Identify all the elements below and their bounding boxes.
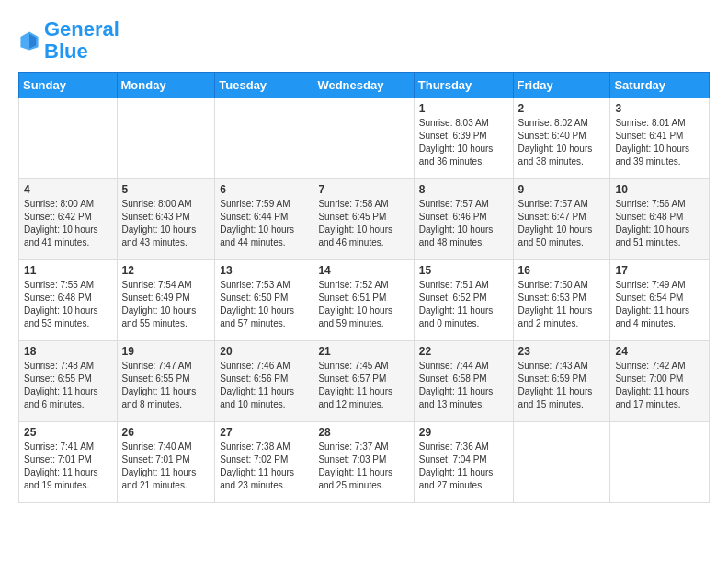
- day-cell: 6Sunrise: 7:59 AMSunset: 6:44 PMDaylight…: [215, 179, 313, 260]
- day-info: Sunrise: 7:57 AMSunset: 6:46 PMDaylight:…: [419, 198, 508, 249]
- day-number: 1: [419, 102, 508, 115]
- calendar-table: SundayMondayTuesdayWednesdayThursdayFrid…: [18, 72, 710, 503]
- day-info: Sunrise: 8:00 AMSunset: 6:43 PMDaylight:…: [122, 198, 210, 249]
- week-row-1: 1Sunrise: 8:03 AMSunset: 6:39 PMDaylight…: [19, 98, 710, 179]
- day-info: Sunrise: 8:01 AMSunset: 6:41 PMDaylight:…: [615, 117, 704, 168]
- day-cell: [513, 422, 610, 503]
- day-cell: 11Sunrise: 7:55 AMSunset: 6:48 PMDayligh…: [19, 260, 118, 341]
- day-cell: 14Sunrise: 7:52 AMSunset: 6:51 PMDayligh…: [313, 260, 414, 341]
- day-cell: [19, 98, 118, 179]
- day-number: 9: [518, 183, 606, 196]
- day-info: Sunrise: 7:53 AMSunset: 6:50 PMDaylight:…: [220, 279, 308, 330]
- day-number: 14: [318, 264, 408, 277]
- day-number: 24: [615, 345, 704, 358]
- day-number: 15: [419, 264, 508, 277]
- day-number: 22: [419, 345, 508, 358]
- week-row-4: 18Sunrise: 7:48 AMSunset: 6:55 PMDayligh…: [19, 341, 710, 422]
- weekday-header-tuesday: Tuesday: [215, 73, 313, 98]
- day-cell: 23Sunrise: 7:43 AMSunset: 6:59 PMDayligh…: [513, 341, 610, 422]
- day-cell: 24Sunrise: 7:42 AMSunset: 7:00 PMDayligh…: [610, 341, 710, 422]
- day-info: Sunrise: 7:45 AMSunset: 6:57 PMDaylight:…: [318, 360, 408, 411]
- day-cell: 13Sunrise: 7:53 AMSunset: 6:50 PMDayligh…: [215, 260, 313, 341]
- day-number: 18: [24, 345, 112, 358]
- day-info: Sunrise: 7:41 AMSunset: 7:01 PMDaylight:…: [24, 441, 112, 492]
- day-info: Sunrise: 7:46 AMSunset: 6:56 PMDaylight:…: [220, 360, 308, 411]
- day-number: 23: [518, 345, 606, 358]
- day-cell: 21Sunrise: 7:45 AMSunset: 6:57 PMDayligh…: [313, 341, 414, 422]
- day-number: 16: [518, 264, 606, 277]
- logo-blue: Blue: [44, 40, 88, 63]
- day-info: Sunrise: 7:55 AMSunset: 6:48 PMDaylight:…: [24, 279, 112, 330]
- day-cell: 28Sunrise: 7:37 AMSunset: 7:03 PMDayligh…: [313, 422, 414, 503]
- day-number: 28: [318, 426, 408, 439]
- day-info: Sunrise: 7:49 AMSunset: 6:54 PMDaylight:…: [615, 279, 704, 330]
- day-info: Sunrise: 7:59 AMSunset: 6:44 PMDaylight:…: [220, 198, 308, 249]
- day-info: Sunrise: 8:02 AMSunset: 6:40 PMDaylight:…: [518, 117, 606, 168]
- day-info: Sunrise: 7:52 AMSunset: 6:51 PMDaylight:…: [318, 279, 408, 330]
- day-info: Sunrise: 7:54 AMSunset: 6:49 PMDaylight:…: [122, 279, 210, 330]
- day-number: 11: [24, 264, 112, 277]
- day-cell: 20Sunrise: 7:46 AMSunset: 6:56 PMDayligh…: [215, 341, 313, 422]
- day-info: Sunrise: 7:48 AMSunset: 6:55 PMDaylight:…: [24, 360, 112, 411]
- day-cell: 16Sunrise: 7:50 AMSunset: 6:53 PMDayligh…: [513, 260, 610, 341]
- day-info: Sunrise: 7:57 AMSunset: 6:47 PMDaylight:…: [518, 198, 606, 249]
- day-number: 6: [220, 183, 308, 196]
- day-info: Sunrise: 7:58 AMSunset: 6:45 PMDaylight:…: [318, 198, 408, 249]
- day-cell: 19Sunrise: 7:47 AMSunset: 6:55 PMDayligh…: [117, 341, 215, 422]
- day-number: 20: [220, 345, 308, 358]
- day-cell: 9Sunrise: 7:57 AMSunset: 6:47 PMDaylight…: [513, 179, 610, 260]
- weekday-header-friday: Friday: [513, 73, 610, 98]
- day-info: Sunrise: 7:50 AMSunset: 6:53 PMDaylight:…: [518, 279, 606, 330]
- day-number: 17: [615, 264, 704, 277]
- day-number: 29: [419, 426, 508, 439]
- day-cell: 12Sunrise: 7:54 AMSunset: 6:49 PMDayligh…: [117, 260, 215, 341]
- logo-text: General Blue: [44, 18, 119, 63]
- day-info: Sunrise: 7:44 AMSunset: 6:58 PMDaylight:…: [419, 360, 508, 411]
- day-cell: 26Sunrise: 7:40 AMSunset: 7:01 PMDayligh…: [117, 422, 215, 503]
- day-cell: 27Sunrise: 7:38 AMSunset: 7:02 PMDayligh…: [215, 422, 313, 503]
- day-cell: [610, 422, 710, 503]
- day-cell: [117, 98, 215, 179]
- day-info: Sunrise: 8:03 AMSunset: 6:39 PMDaylight:…: [419, 117, 508, 168]
- week-row-5: 25Sunrise: 7:41 AMSunset: 7:01 PMDayligh…: [19, 422, 710, 503]
- day-number: 5: [122, 183, 210, 196]
- day-cell: 1Sunrise: 8:03 AMSunset: 6:39 PMDaylight…: [414, 98, 513, 179]
- day-cell: 15Sunrise: 7:51 AMSunset: 6:52 PMDayligh…: [414, 260, 513, 341]
- day-cell: 25Sunrise: 7:41 AMSunset: 7:01 PMDayligh…: [19, 422, 118, 503]
- day-number: 3: [615, 102, 704, 115]
- weekday-header-wednesday: Wednesday: [313, 73, 414, 98]
- day-cell: 18Sunrise: 7:48 AMSunset: 6:55 PMDayligh…: [19, 341, 118, 422]
- day-info: Sunrise: 7:37 AMSunset: 7:03 PMDaylight:…: [318, 441, 408, 492]
- day-cell: 17Sunrise: 7:49 AMSunset: 6:54 PMDayligh…: [610, 260, 710, 341]
- day-cell: [215, 98, 313, 179]
- week-row-3: 11Sunrise: 7:55 AMSunset: 6:48 PMDayligh…: [19, 260, 710, 341]
- day-cell: 10Sunrise: 7:56 AMSunset: 6:48 PMDayligh…: [610, 179, 710, 260]
- day-number: 8: [419, 183, 508, 196]
- day-info: Sunrise: 7:47 AMSunset: 6:55 PMDaylight:…: [122, 360, 210, 411]
- week-row-2: 4Sunrise: 8:00 AMSunset: 6:42 PMDaylight…: [19, 179, 710, 260]
- day-info: Sunrise: 7:43 AMSunset: 6:59 PMDaylight:…: [518, 360, 606, 411]
- day-info: Sunrise: 7:38 AMSunset: 7:02 PMDaylight:…: [220, 441, 308, 492]
- weekday-header-row: SundayMondayTuesdayWednesdayThursdayFrid…: [19, 73, 710, 98]
- logo-icon: [18, 29, 40, 52]
- day-info: Sunrise: 8:00 AMSunset: 6:42 PMDaylight:…: [24, 198, 112, 249]
- day-number: 12: [122, 264, 210, 277]
- day-cell: 2Sunrise: 8:02 AMSunset: 6:40 PMDaylight…: [513, 98, 610, 179]
- day-cell: 7Sunrise: 7:58 AMSunset: 6:45 PMDaylight…: [313, 179, 414, 260]
- day-number: 27: [220, 426, 308, 439]
- weekday-header-thursday: Thursday: [414, 73, 513, 98]
- day-number: 2: [518, 102, 606, 115]
- day-number: 25: [24, 426, 112, 439]
- day-number: 4: [24, 183, 112, 196]
- day-cell: 5Sunrise: 8:00 AMSunset: 6:43 PMDaylight…: [117, 179, 215, 260]
- day-cell: 29Sunrise: 7:36 AMSunset: 7:04 PMDayligh…: [414, 422, 513, 503]
- day-cell: 8Sunrise: 7:57 AMSunset: 6:46 PMDaylight…: [414, 179, 513, 260]
- day-info: Sunrise: 7:42 AMSunset: 7:00 PMDaylight:…: [615, 360, 704, 411]
- weekday-header-sunday: Sunday: [19, 73, 118, 98]
- day-number: 7: [318, 183, 408, 196]
- weekday-header-monday: Monday: [117, 73, 215, 98]
- day-cell: 4Sunrise: 8:00 AMSunset: 6:42 PMDaylight…: [19, 179, 118, 260]
- day-number: 10: [615, 183, 704, 196]
- logo: General Blue: [18, 18, 119, 63]
- day-info: Sunrise: 7:36 AMSunset: 7:04 PMDaylight:…: [419, 441, 508, 492]
